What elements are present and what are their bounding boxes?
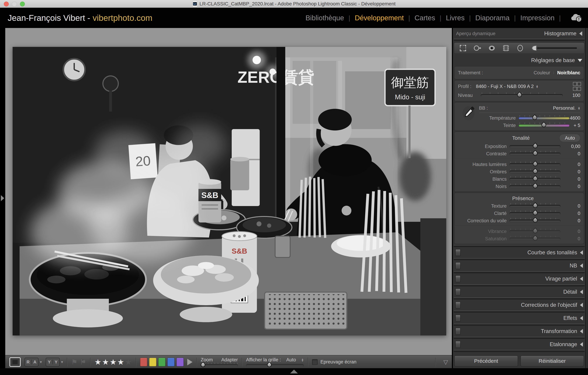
expand-left-panel-icon[interactable] [1, 195, 4, 201]
texture-slider-handle[interactable] [532, 202, 538, 209]
color-label-yellow[interactable] [149, 358, 157, 366]
highlights-slider-handle[interactable] [532, 161, 538, 167]
photo-canvas[interactable]: 御堂筋 Mido - suji ZERO賃貸 [13, 47, 446, 335]
tint-value[interactable]: + 5 [570, 123, 580, 128]
color-label-green[interactable] [158, 358, 166, 366]
reject-flag-icon[interactable]: ⚑× [80, 358, 86, 366]
panel-transform[interactable]: Transformation [453, 327, 585, 336]
panel-toggle-switch[interactable] [455, 302, 461, 309]
level-value[interactable]: 100 [565, 93, 580, 98]
color-label-blue[interactable] [167, 358, 175, 366]
color-label-purple[interactable] [176, 358, 184, 366]
whites-value[interactable]: 0 [560, 176, 580, 182]
shadows-value[interactable]: 0 [560, 169, 580, 174]
highlights-slider[interactable] [509, 163, 560, 166]
exposure-slider-handle[interactable] [532, 142, 538, 149]
saturation-slider[interactable] [509, 238, 560, 240]
close-window-button[interactable] [4, 1, 9, 7]
panel-split-toning[interactable]: Virage partiel [453, 274, 585, 283]
reset-button[interactable]: Réinitialiser [520, 355, 584, 366]
clarity-value[interactable]: 0 [560, 211, 580, 216]
expand-filmstrip-icon[interactable] [290, 370, 298, 374]
stepper-icon[interactable]: ▲▼ [578, 107, 580, 110]
dehaze-slider[interactable] [509, 220, 560, 222]
profile-value[interactable]: 8460 - Fuji X - N&B 009 A 2 [476, 84, 534, 89]
previous-button[interactable]: Précédent [454, 355, 518, 366]
collapse-left-icon[interactable] [580, 329, 583, 334]
star-icon[interactable]: ★ [94, 357, 101, 366]
crop-tool-icon[interactable] [459, 44, 467, 52]
grid-slider-handle[interactable] [266, 362, 273, 368]
fullscreen-window-button[interactable] [20, 1, 25, 7]
panel-toggle-switch[interactable] [455, 328, 461, 335]
vibrance-slider[interactable] [509, 230, 560, 233]
saturation-value[interactable]: 0 [560, 236, 580, 242]
panel-toggle-switch[interactable] [455, 341, 461, 348]
left-panel-collapsed-strip[interactable] [0, 28, 5, 368]
wb-value[interactable]: Personnal. [553, 105, 576, 111]
panel-toggle-switch[interactable] [455, 262, 461, 269]
dehaze-slider-handle[interactable] [532, 217, 538, 223]
right-panel-scrollbar[interactable] [586, 28, 588, 368]
grid-slider[interactable] [246, 364, 304, 367]
panel-effects[interactable]: Effets [453, 314, 585, 323]
module-map[interactable]: Cartes [415, 14, 435, 22]
panel-calibration[interactable]: Etalonnage [453, 340, 585, 349]
contrast-slider-handle[interactable] [532, 150, 538, 157]
stepper-icon[interactable]: ▲▼ [301, 358, 304, 362]
impromptu-slideshow-button[interactable] [187, 359, 192, 365]
grid-mode-value[interactable]: Auto [286, 357, 296, 363]
panel-detail[interactable]: Détail [453, 287, 585, 296]
whites-slider-handle[interactable] [532, 175, 538, 182]
spot-removal-tool-icon[interactable] [473, 44, 482, 52]
panel-tone-curve[interactable]: Courbe des tonalités [453, 248, 585, 257]
star-icon[interactable]: ★ [110, 357, 116, 366]
identity-plate[interactable]: Jean-François Vibert -vibertphoto.com [8, 13, 152, 23]
module-library[interactable]: Bibliothèque [305, 14, 344, 22]
treatment-bw-option[interactable]: Noir/blanc [557, 70, 580, 76]
level-slider-handle[interactable] [516, 91, 523, 98]
adjustment-brush-tool-icon[interactable] [530, 44, 579, 52]
texture-value[interactable]: 0 [560, 203, 580, 209]
contrast-slider[interactable] [509, 152, 560, 155]
blacks-value[interactable]: 0 [560, 184, 580, 189]
before-after-yy-button[interactable]: YY▾ [46, 358, 63, 366]
panel-toggle-switch[interactable] [455, 288, 461, 295]
before-after-lr-button[interactable]: RA▾ [24, 358, 42, 366]
panel-bw[interactable]: NB [453, 261, 585, 270]
loupe-view-button[interactable] [10, 357, 21, 367]
chevron-down-icon[interactable]: ▾ [40, 360, 42, 364]
temp-value[interactable]: 4600 [570, 115, 580, 121]
temp-slider[interactable] [518, 117, 570, 120]
collapse-left-icon[interactable] [580, 250, 583, 255]
zoom-slider-handle[interactable] [200, 362, 206, 368]
level-slider[interactable] [481, 94, 563, 97]
softproof-checkbox[interactable] [312, 359, 318, 365]
collapse-left-icon[interactable] [580, 303, 583, 307]
minimize-window-button[interactable] [12, 1, 17, 7]
collapse-left-icon[interactable] [580, 316, 583, 320]
zoom-slider[interactable] [201, 364, 238, 367]
panel-lens-corrections[interactable]: Corrections de l'objectif [453, 301, 585, 310]
stepper-icon[interactable]: ▲▼ [536, 85, 538, 88]
star-icon[interactable]: ★ [102, 357, 109, 366]
collapse-down-icon[interactable] [578, 59, 582, 62]
vibrance-slider-handle[interactable] [532, 228, 538, 234]
sync-status-cloud-icon[interactable]: ! [570, 13, 583, 23]
collapse-left-icon[interactable] [580, 290, 583, 294]
histogram-panel-header[interactable]: Histogramme [544, 30, 577, 37]
collapse-left-icon[interactable] [580, 342, 583, 347]
module-book[interactable]: Livres [446, 14, 465, 22]
fit-label[interactable]: Adapter [221, 357, 238, 363]
star-icon[interactable]: ★ [125, 357, 132, 366]
collapse-left-icon[interactable] [580, 264, 583, 268]
star-icon[interactable]: ★ [117, 357, 124, 366]
module-slideshow[interactable]: Diaporama [475, 14, 510, 22]
tint-slider[interactable] [518, 124, 570, 127]
dehaze-value[interactable]: 0 [560, 218, 580, 223]
exposure-value[interactable]: 0,00 [560, 144, 580, 149]
exposure-slider[interactable] [509, 145, 560, 148]
module-develop[interactable]: Développement [355, 14, 404, 22]
texture-slider[interactable] [509, 205, 560, 207]
graduated-filter-tool-icon[interactable] [502, 44, 510, 52]
